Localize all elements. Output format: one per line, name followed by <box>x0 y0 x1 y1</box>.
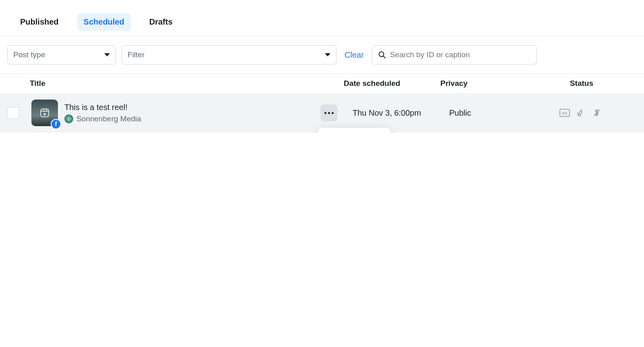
actions-dropdown: Edit reel Reschedule reel Move to Drafts… <box>318 128 390 133</box>
tab-published[interactable]: Published <box>14 13 65 31</box>
column-title: Title <box>30 79 344 88</box>
chevron-down-icon <box>104 53 110 56</box>
row-privacy: Public <box>449 108 546 118</box>
row-checkbox[interactable] <box>7 107 19 119</box>
table-row: f This is a test reel! Sonnenberg Media … <box>0 93 644 133</box>
filter-select[interactable]: Filter <box>122 45 336 64</box>
svg-text:CC: CC <box>562 111 568 115</box>
dollar-icon <box>592 109 602 117</box>
clear-button[interactable]: Clear <box>342 50 366 60</box>
post-type-select[interactable]: Post type <box>7 45 116 64</box>
closed-captions-icon: CC <box>559 109 570 117</box>
row-author[interactable]: Sonnenberg Media <box>64 114 320 123</box>
column-status: Status <box>537 79 593 88</box>
post-type-label: Post type <box>13 50 45 59</box>
facebook-badge-icon: f <box>51 119 61 129</box>
svg-point-4 <box>68 118 70 120</box>
search-box[interactable] <box>372 45 537 64</box>
row-date: Thu Nov 3, 6:00pm <box>353 108 449 118</box>
more-actions-button[interactable] <box>320 104 337 121</box>
search-icon <box>378 51 386 59</box>
filter-label: Filter <box>128 50 144 59</box>
rocket-icon <box>576 109 586 117</box>
page-avatar-icon <box>64 114 73 123</box>
tab-scheduled[interactable]: Scheduled <box>77 13 131 31</box>
ellipsis-icon <box>324 112 334 114</box>
column-date: Date scheduled <box>344 79 440 88</box>
search-input[interactable] <box>390 50 531 59</box>
row-title[interactable]: This is a test reel! <box>64 103 320 112</box>
filters-bar: Post type Filter Clear <box>0 36 644 74</box>
menu-edit-reel: Edit reel <box>318 131 390 133</box>
row-author-name: Sonnenberg Media <box>76 114 141 123</box>
svg-point-0 <box>379 52 384 57</box>
reel-thumbnail[interactable]: f <box>31 100 58 126</box>
column-privacy: Privacy <box>440 79 537 88</box>
table-header: Title Date scheduled Privacy Status <box>0 74 644 93</box>
chevron-down-icon <box>325 53 330 56</box>
tab-drafts[interactable]: Drafts <box>143 13 179 31</box>
svg-line-1 <box>383 56 385 58</box>
tabs-bar: Published Scheduled Drafts <box>0 0 644 36</box>
svg-rect-2 <box>41 109 49 117</box>
reel-icon <box>39 107 50 118</box>
